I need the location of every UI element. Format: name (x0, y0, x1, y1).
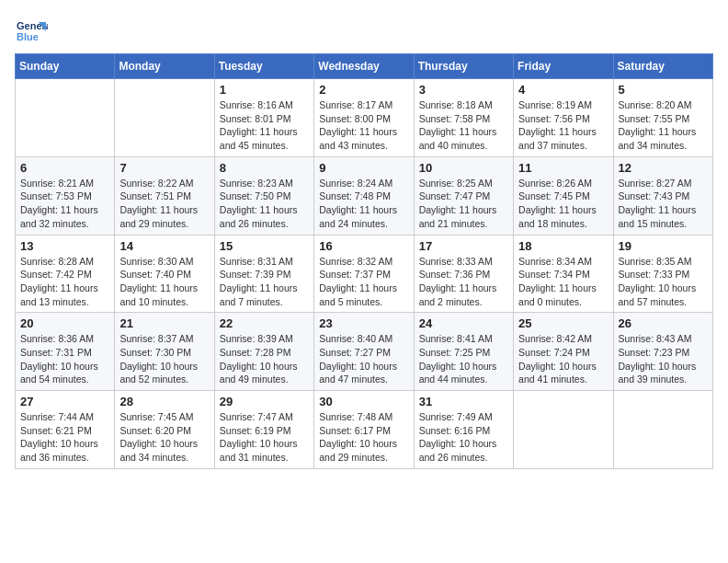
calendar-week-row: 6Sunrise: 8:21 AMSunset: 7:53 PMDaylight… (16, 156, 713, 235)
calendar-cell: 6Sunrise: 8:21 AMSunset: 7:53 PMDaylight… (16, 156, 115, 235)
calendar-cell: 26Sunrise: 8:43 AMSunset: 7:23 PMDayligh… (613, 313, 712, 391)
calendar-cell: 8Sunrise: 8:23 AMSunset: 7:50 PMDaylight… (214, 156, 313, 235)
day-number: 28 (119, 395, 209, 408)
calendar-cell: 10Sunrise: 8:25 AMSunset: 7:47 PMDayligh… (414, 156, 513, 235)
calendar-cell: 17Sunrise: 8:33 AMSunset: 7:36 PMDayligh… (414, 235, 513, 313)
calendar-cell: 18Sunrise: 8:34 AMSunset: 7:34 PMDayligh… (514, 235, 613, 313)
day-number: 4 (518, 83, 608, 97)
day-number: 24 (419, 316, 508, 330)
calendar-cell: 24Sunrise: 8:41 AMSunset: 7:25 PMDayligh… (414, 313, 513, 391)
calendar-cell: 4Sunrise: 8:19 AMSunset: 7:56 PMDaylight… (514, 79, 613, 157)
day-info: Sunrise: 8:41 AMSunset: 7:25 PMDaylight:… (419, 332, 508, 386)
day-number: 18 (518, 239, 608, 253)
calendar-week-row: 1Sunrise: 8:16 AMSunset: 8:01 PMDaylight… (16, 79, 713, 157)
calendar-cell: 29Sunrise: 7:47 AMSunset: 6:19 PMDayligh… (214, 391, 313, 469)
day-number: 20 (20, 316, 109, 330)
calendar-cell: 21Sunrise: 8:37 AMSunset: 7:30 PMDayligh… (115, 313, 214, 391)
calendar-cell: 9Sunrise: 8:24 AMSunset: 7:48 PMDaylight… (314, 156, 414, 235)
calendar-cell: 13Sunrise: 8:28 AMSunset: 7:42 PMDayligh… (16, 235, 115, 313)
calendar-cell: 31Sunrise: 7:49 AMSunset: 6:16 PMDayligh… (414, 391, 513, 469)
day-number: 13 (20, 239, 109, 253)
weekday-header-sunday: Sunday (16, 54, 115, 79)
svg-text:Blue: Blue (17, 31, 39, 42)
day-info: Sunrise: 8:32 AMSunset: 7:37 PMDaylight:… (319, 255, 408, 309)
day-info: Sunrise: 8:20 AMSunset: 7:55 PMDaylight:… (619, 98, 708, 153)
calendar-cell: 28Sunrise: 7:45 AMSunset: 6:20 PMDayligh… (115, 391, 214, 469)
calendar-table: SundayMondayTuesdayWednesdayThursdayFrid… (15, 53, 713, 469)
calendar-cell: 30Sunrise: 7:48 AMSunset: 6:17 PMDayligh… (314, 391, 414, 469)
day-info: Sunrise: 7:49 AMSunset: 6:16 PMDaylight:… (419, 410, 508, 465)
day-number: 8 (220, 161, 309, 175)
day-number: 22 (220, 316, 309, 330)
day-number: 21 (119, 316, 209, 330)
day-number: 11 (518, 161, 608, 175)
calendar-body: 1Sunrise: 8:16 AMSunset: 8:01 PMDaylight… (16, 79, 713, 469)
day-info: Sunrise: 8:42 AMSunset: 7:24 PMDaylight:… (518, 332, 608, 386)
day-number: 31 (419, 395, 508, 408)
day-number: 15 (220, 239, 309, 253)
weekday-header-thursday: Thursday (414, 54, 513, 79)
day-info: Sunrise: 8:22 AMSunset: 7:51 PMDaylight:… (119, 177, 209, 231)
calendar-header: SundayMondayTuesdayWednesdayThursdayFrid… (16, 54, 713, 79)
day-info: Sunrise: 8:23 AMSunset: 7:50 PMDaylight:… (220, 177, 309, 231)
calendar-cell: 20Sunrise: 8:36 AMSunset: 7:31 PMDayligh… (16, 313, 115, 391)
day-info: Sunrise: 8:35 AMSunset: 7:33 PMDaylight:… (619, 255, 708, 309)
calendar-cell: 27Sunrise: 7:44 AMSunset: 6:21 PMDayligh… (16, 391, 115, 469)
day-number: 9 (319, 161, 408, 175)
day-info: Sunrise: 8:39 AMSunset: 7:28 PMDaylight:… (220, 332, 309, 386)
day-number: 1 (220, 83, 309, 97)
day-number: 16 (319, 239, 408, 253)
day-number: 3 (419, 83, 508, 97)
day-number: 29 (220, 395, 309, 408)
day-info: Sunrise: 8:30 AMSunset: 7:40 PMDaylight:… (119, 255, 209, 309)
calendar-cell: 3Sunrise: 8:18 AMSunset: 7:58 PMDaylight… (414, 79, 513, 157)
day-info: Sunrise: 7:47 AMSunset: 6:19 PMDaylight:… (220, 410, 309, 465)
weekday-header-wednesday: Wednesday (314, 54, 414, 79)
calendar-week-row: 13Sunrise: 8:28 AMSunset: 7:42 PMDayligh… (16, 235, 713, 313)
day-number: 6 (20, 161, 109, 175)
calendar-cell: 1Sunrise: 8:16 AMSunset: 8:01 PMDaylight… (214, 79, 313, 157)
weekday-header-tuesday: Tuesday (214, 54, 313, 79)
day-info: Sunrise: 8:28 AMSunset: 7:42 PMDaylight:… (20, 255, 109, 309)
day-number: 19 (619, 239, 708, 253)
calendar-week-row: 27Sunrise: 7:44 AMSunset: 6:21 PMDayligh… (16, 391, 713, 469)
day-info: Sunrise: 8:27 AMSunset: 7:43 PMDaylight:… (619, 177, 708, 231)
day-info: Sunrise: 8:43 AMSunset: 7:23 PMDaylight:… (619, 332, 708, 386)
day-info: Sunrise: 8:36 AMSunset: 7:31 PMDaylight:… (20, 332, 109, 386)
day-info: Sunrise: 8:33 AMSunset: 7:36 PMDaylight:… (419, 255, 508, 309)
day-info: Sunrise: 8:25 AMSunset: 7:47 PMDaylight:… (419, 177, 508, 231)
day-number: 17 (419, 239, 508, 253)
day-number: 25 (518, 316, 608, 330)
day-info: Sunrise: 8:17 AMSunset: 8:00 PMDaylight:… (319, 98, 408, 153)
calendar-cell: 16Sunrise: 8:32 AMSunset: 7:37 PMDayligh… (314, 235, 414, 313)
calendar-week-row: 20Sunrise: 8:36 AMSunset: 7:31 PMDayligh… (16, 313, 713, 391)
calendar-cell (16, 79, 115, 157)
weekday-header-monday: Monday (115, 54, 214, 79)
day-number: 10 (419, 161, 508, 175)
calendar-cell: 22Sunrise: 8:39 AMSunset: 7:28 PMDayligh… (214, 313, 313, 391)
page-header: General Blue (15, 15, 713, 48)
calendar-cell: 23Sunrise: 8:40 AMSunset: 7:27 PMDayligh… (314, 313, 414, 391)
logo-icon: General Blue (15, 15, 48, 48)
calendar-cell: 5Sunrise: 8:20 AMSunset: 7:55 PMDaylight… (613, 79, 712, 157)
calendar-cell (613, 391, 712, 469)
calendar-cell: 11Sunrise: 8:26 AMSunset: 7:45 PMDayligh… (514, 156, 613, 235)
day-info: Sunrise: 7:48 AMSunset: 6:17 PMDaylight:… (319, 410, 408, 465)
day-info: Sunrise: 8:21 AMSunset: 7:53 PMDaylight:… (20, 177, 109, 231)
day-number: 2 (319, 83, 408, 97)
calendar-cell: 25Sunrise: 8:42 AMSunset: 7:24 PMDayligh… (514, 313, 613, 391)
day-info: Sunrise: 8:37 AMSunset: 7:30 PMDaylight:… (119, 332, 209, 386)
day-number: 23 (319, 316, 408, 330)
day-info: Sunrise: 8:26 AMSunset: 7:45 PMDaylight:… (518, 177, 608, 231)
calendar-cell: 15Sunrise: 8:31 AMSunset: 7:39 PMDayligh… (214, 235, 313, 313)
day-number: 26 (619, 316, 708, 330)
calendar-cell: 2Sunrise: 8:17 AMSunset: 8:00 PMDaylight… (314, 79, 414, 157)
day-number: 30 (319, 395, 408, 408)
day-number: 27 (20, 395, 109, 408)
logo: General Blue (15, 15, 51, 48)
calendar-cell (115, 79, 214, 157)
day-number: 5 (619, 83, 708, 97)
day-info: Sunrise: 8:40 AMSunset: 7:27 PMDaylight:… (319, 332, 408, 386)
day-info: Sunrise: 8:19 AMSunset: 7:56 PMDaylight:… (518, 98, 608, 153)
weekday-header-friday: Friday (514, 54, 613, 79)
